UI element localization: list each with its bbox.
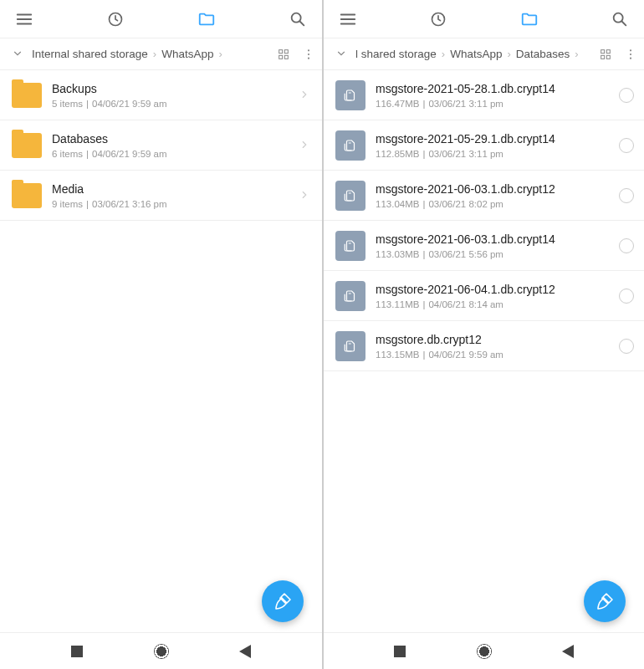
svg-rect-12 [606, 49, 610, 53]
crumb[interactable]: WhatsApp [161, 48, 213, 60]
nav-recent-icon[interactable] [71, 646, 83, 657]
chevron-right-icon [299, 89, 312, 102]
folder-tab-icon[interactable] [197, 10, 216, 28]
grid-view-icon[interactable] [275, 46, 292, 63]
item-name: msgstore.db.crypt12 [376, 333, 609, 346]
crumb[interactable]: Databases [516, 48, 570, 60]
list-item[interactable]: msgstore-2021-05-29.1.db.crypt14 112.85M… [324, 120, 644, 171]
top-toolbar [324, 0, 644, 38]
list-item[interactable]: msgstore-2021-05-28.1.db.crypt14 116.47M… [324, 70, 644, 120]
svg-point-8 [308, 57, 309, 59]
file-icon [335, 231, 365, 261]
svg-point-17 [630, 57, 631, 59]
right-pane: l shared storage › WhatsApp › Databases … [322, 0, 644, 669]
breadcrumb-path[interactable]: l shared storage › WhatsApp › Databases … [355, 48, 589, 60]
svg-rect-13 [601, 55, 605, 59]
nav-home-icon[interactable] [477, 644, 492, 659]
list-item[interactable]: Databases 6 items|04/06/21 9:59 am [0, 120, 322, 171]
item-name: msgstore-2021-06-03.1.db.crypt14 [376, 232, 609, 246]
nav-back-icon[interactable] [562, 645, 574, 658]
svg-rect-11 [601, 49, 605, 53]
select-radio[interactable] [619, 188, 634, 203]
file-icon [335, 130, 365, 161]
svg-rect-3 [284, 49, 288, 53]
select-radio[interactable] [619, 339, 634, 354]
folder-tab-icon[interactable] [520, 10, 539, 28]
chevron-down-icon[interactable] [12, 48, 25, 61]
item-name: msgstore-2021-06-04.1.db.crypt12 [376, 283, 609, 296]
folder-icon [12, 83, 42, 108]
item-name: msgstore-2021-05-29.1.db.crypt14 [376, 132, 609, 146]
svg-point-10 [614, 13, 623, 22]
file-icon [335, 181, 365, 211]
list-item[interactable]: msgstore-2021-06-03.1.db.crypt12 113.04M… [324, 171, 644, 221]
item-meta: 5 items|04/06/21 9:59 am [52, 99, 289, 109]
left-pane: Internal shared storage › WhatsApp › Bac… [0, 0, 322, 669]
item-meta: 113.15MB|04/06/21 9:59 am [376, 350, 609, 360]
file-icon [335, 80, 365, 110]
nav-recent-icon[interactable] [394, 646, 406, 657]
list-item[interactable]: msgstore.db.crypt12 113.15MB|04/06/21 9:… [324, 321, 644, 371]
svg-point-1 [292, 13, 301, 22]
chevron-right-icon [299, 139, 312, 152]
nav-back-icon[interactable] [239, 645, 251, 658]
nav-home-icon[interactable] [154, 644, 169, 659]
file-list: msgstore-2021-05-28.1.db.crypt14 116.47M… [324, 70, 644, 632]
more-icon[interactable] [300, 46, 317, 63]
list-item[interactable]: msgstore-2021-06-04.1.db.crypt12 113.11M… [324, 271, 644, 321]
select-radio[interactable] [619, 238, 634, 253]
svg-rect-2 [279, 49, 283, 53]
item-meta: 113.11MB|04/06/21 8:14 am [376, 299, 609, 309]
item-name: msgstore-2021-05-28.1.db.crypt14 [376, 82, 609, 95]
breadcrumb-path[interactable]: Internal shared storage › WhatsApp › [32, 48, 267, 60]
top-toolbar [0, 0, 322, 38]
recent-icon[interactable] [106, 10, 125, 28]
chevron-right-icon: › [573, 48, 580, 60]
chevron-right-icon [299, 189, 312, 202]
svg-rect-14 [606, 55, 610, 59]
item-meta: 9 items|03/06/21 3:16 pm [52, 199, 289, 209]
grid-view-icon[interactable] [597, 46, 614, 63]
select-radio[interactable] [619, 289, 634, 304]
file-icon [335, 281, 365, 311]
folder-list: Backups 5 items|04/06/21 9:59 am Databas… [0, 70, 322, 632]
item-meta: 112.85MB|03/06/21 3:11 pm [376, 149, 609, 159]
search-icon[interactable] [289, 10, 307, 28]
crumb[interactable]: Internal shared storage [32, 48, 148, 60]
hamburger-icon[interactable] [339, 10, 357, 28]
hamburger-icon[interactable] [15, 10, 33, 28]
crumb[interactable]: WhatsApp [450, 48, 502, 60]
clean-fab[interactable] [584, 580, 626, 622]
search-icon[interactable] [611, 10, 629, 28]
list-item[interactable]: Backups 5 items|04/06/21 9:59 am [0, 70, 322, 120]
select-radio[interactable] [619, 88, 634, 103]
svg-rect-4 [279, 55, 283, 59]
clean-fab[interactable] [262, 580, 304, 622]
breadcrumb[interactable]: Internal shared storage › WhatsApp › [0, 38, 322, 70]
item-meta: 113.04MB|03/06/21 8:02 pm [376, 199, 609, 209]
breadcrumb[interactable]: l shared storage › WhatsApp › Databases … [324, 38, 644, 70]
chevron-right-icon: › [440, 48, 447, 60]
item-meta: 113.03MB|03/06/21 5:56 pm [376, 249, 609, 259]
chevron-right-icon: › [151, 48, 158, 60]
svg-point-15 [630, 49, 631, 51]
item-meta: 116.47MB|03/06/21 3:11 pm [376, 99, 609, 109]
more-icon[interactable] [622, 46, 639, 63]
folder-icon [12, 133, 42, 158]
list-item[interactable]: Media 9 items|03/06/21 3:16 pm [0, 171, 322, 221]
chevron-right-icon: › [505, 48, 512, 60]
crumb[interactable]: l shared storage [355, 48, 437, 60]
list-item[interactable]: msgstore-2021-06-03.1.db.crypt14 113.03M… [324, 221, 644, 271]
svg-point-16 [630, 53, 631, 54]
item-name: Databases [52, 132, 289, 146]
select-radio[interactable] [619, 138, 634, 153]
chevron-down-icon[interactable] [335, 48, 349, 61]
android-navbar [324, 632, 644, 669]
item-name: Media [52, 182, 289, 196]
android-navbar [0, 632, 322, 669]
svg-point-7 [308, 53, 309, 54]
recent-icon[interactable] [429, 10, 447, 28]
chevron-right-icon: › [217, 48, 223, 60]
svg-rect-5 [284, 55, 288, 59]
item-name: Backups [52, 82, 289, 95]
